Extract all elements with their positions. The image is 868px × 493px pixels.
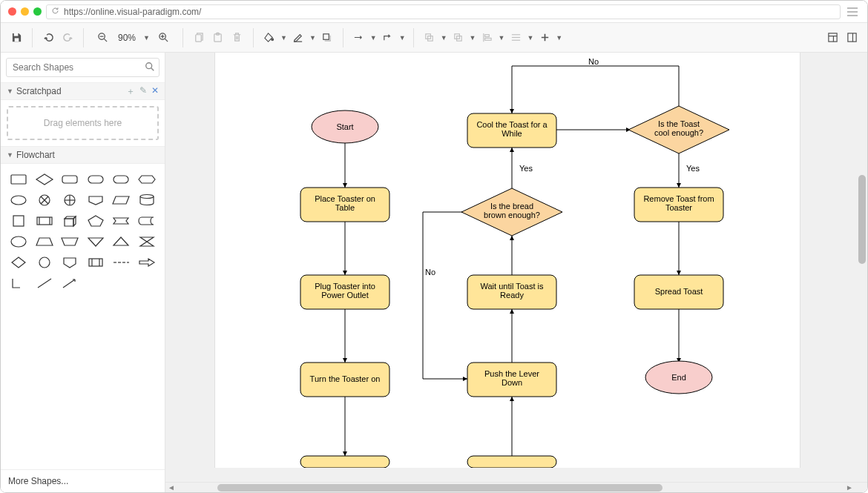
search-input[interactable]: [6, 58, 160, 77]
undo-button[interactable]: [39, 28, 58, 47]
zoom-percent-label[interactable]: 90%: [115, 33, 139, 43]
chevron-down-icon[interactable]: ▼: [308, 34, 318, 42]
shape-hourglass[interactable]: [137, 234, 157, 250]
format-panel-button[interactable]: [823, 28, 842, 47]
node-cool-toast[interactable]: Cool the Toast for aWhile: [467, 113, 556, 148]
node-remove-toast[interactable]: Remove Toast fromToaster: [634, 188, 723, 222]
node-wait-ready[interactable]: Wait until Toast isReady: [467, 275, 556, 309]
edge-label-yes-left[interactable]: Yes: [519, 164, 533, 173]
shape-line[interactable]: [34, 275, 55, 291]
shape-subprocess[interactable]: [34, 213, 55, 229]
shape-circle[interactable]: [34, 254, 55, 271]
shape-cylinder[interactable]: [137, 192, 157, 208]
flowchart-diagram[interactable]: No Yes No Yes Start Place Toaster onTa: [215, 53, 801, 468]
shape-storage[interactable]: [137, 213, 157, 229]
canvas-viewport[interactable]: No Yes No Yes Start Place Toaster onTa: [165, 53, 867, 482]
scratchpad-drop-area[interactable]: Drag elements here: [7, 106, 159, 140]
node-start[interactable]: Start: [312, 110, 378, 143]
line-color-button[interactable]: [289, 28, 308, 47]
horizontal-scroll-thumb[interactable]: [217, 484, 662, 492]
node-end[interactable]: End: [645, 361, 712, 394]
node-bread-brown[interactable]: Is the breadbrown enough?: [461, 188, 562, 236]
shape-ellipse[interactable]: [8, 192, 29, 208]
shape-pentagon[interactable]: [85, 213, 106, 229]
zoom-dropdown-icon[interactable]: ▼: [142, 34, 151, 42]
shape-parallelogram[interactable]: [111, 192, 131, 208]
shape-square[interactable]: [8, 213, 29, 229]
shape-shield[interactable]: [59, 254, 80, 271]
to-front-button[interactable]: [420, 28, 439, 47]
node-plug-toaster[interactable]: Plug Toaster intoPower Outlet: [300, 275, 389, 309]
shape-stadium[interactable]: [111, 171, 131, 188]
shape-arrow-line[interactable]: [59, 275, 80, 291]
save-button[interactable]: [7, 28, 26, 47]
horizontal-scrollbar[interactable]: ◄ ►: [165, 482, 867, 492]
shape-offpage[interactable]: [85, 192, 106, 208]
chevron-down-icon[interactable]: ▼: [398, 34, 407, 42]
shape-trapezoid2[interactable]: [59, 234, 80, 250]
scroll-right-icon[interactable]: ►: [845, 483, 854, 492]
plus-icon[interactable]: ＋: [126, 85, 135, 98]
scroll-left-icon[interactable]: ◄: [167, 483, 176, 492]
menu-icon[interactable]: [845, 4, 860, 19]
close-icon[interactable]: ✕: [151, 85, 159, 98]
shape-diamond[interactable]: [34, 171, 55, 188]
chevron-down-icon[interactable]: ▼: [468, 34, 478, 42]
flowchart-section-header[interactable]: ▼ Flowchart: [1, 146, 165, 164]
pencil-icon[interactable]: ✎: [139, 85, 147, 98]
align-button[interactable]: [477, 28, 496, 47]
shape-circle-plus[interactable]: [59, 192, 80, 208]
waypoint-style-button[interactable]: [378, 28, 398, 47]
shape-trapezoid[interactable]: [34, 234, 55, 250]
connector-style-button[interactable]: [349, 28, 369, 47]
shape-display[interactable]: [85, 254, 106, 271]
shape-triangle-down[interactable]: [85, 234, 106, 250]
vertical-scrollbar[interactable]: [857, 53, 867, 472]
shape-rectangle[interactable]: [8, 171, 29, 188]
scratchpad-header[interactable]: ▼ Scratchpad ＋ ✎ ✕: [1, 82, 165, 100]
shape-hexagon[interactable]: [137, 171, 157, 188]
node-toast-cool[interactable]: Is the Toastcool enough?: [628, 106, 729, 153]
chevron-down-icon[interactable]: ▼: [369, 34, 378, 42]
shape-arrow[interactable]: [137, 254, 157, 271]
shape-cube[interactable]: [59, 213, 80, 229]
redo-button[interactable]: [58, 28, 77, 47]
close-window-button[interactable]: [8, 7, 16, 16]
distribute-button[interactable]: [506, 28, 525, 47]
minimize-window-button[interactable]: [21, 7, 29, 16]
node-partial-left[interactable]: [300, 456, 389, 468]
address-bar[interactable]: https://online.visual-paradigm.com/: [46, 4, 841, 19]
shape-pill[interactable]: [85, 171, 106, 188]
shape-triangle-up[interactable]: [111, 234, 131, 250]
outline-panel-button[interactable]: [842, 28, 861, 47]
copy-button[interactable]: [189, 28, 208, 47]
maximize-window-button[interactable]: [33, 7, 42, 16]
shape-rounded[interactable]: [59, 171, 80, 188]
edge-label-no-left[interactable]: No: [425, 268, 435, 277]
shape-banner[interactable]: [111, 213, 131, 229]
drawing-page[interactable]: No Yes No Yes Start Place Toaster onTa: [214, 53, 800, 468]
shape-bracket[interactable]: [8, 275, 29, 291]
chevron-down-icon[interactable]: ▼: [496, 34, 506, 42]
node-push-lever[interactable]: Push the LeverDown: [467, 363, 556, 397]
chevron-down-icon[interactable]: ▼: [525, 34, 535, 42]
search-icon[interactable]: [145, 62, 155, 74]
node-spread-toast[interactable]: Spread Toast: [634, 275, 723, 309]
to-back-button[interactable]: [449, 28, 468, 47]
more-shapes-link[interactable]: More Shapes...: [1, 469, 165, 492]
refresh-icon[interactable]: [51, 7, 59, 17]
insert-button[interactable]: [535, 28, 554, 47]
delete-button[interactable]: [228, 28, 247, 47]
fill-color-button[interactable]: [260, 28, 279, 47]
zoom-in-button[interactable]: [154, 28, 174, 47]
node-partial-mid[interactable]: [467, 456, 556, 468]
node-turn-on[interactable]: Turn the Toaster on: [300, 363, 389, 397]
vertical-scroll-thumb[interactable]: [858, 175, 866, 264]
zoom-out-button[interactable]: [93, 28, 112, 47]
chevron-down-icon[interactable]: ▼: [279, 34, 289, 42]
shape-lens[interactable]: [8, 234, 29, 250]
chevron-down-icon[interactable]: ▼: [439, 34, 449, 42]
shape-circle-x[interactable]: [34, 192, 55, 208]
shadow-button[interactable]: [318, 28, 337, 47]
shape-dash[interactable]: [111, 254, 131, 271]
